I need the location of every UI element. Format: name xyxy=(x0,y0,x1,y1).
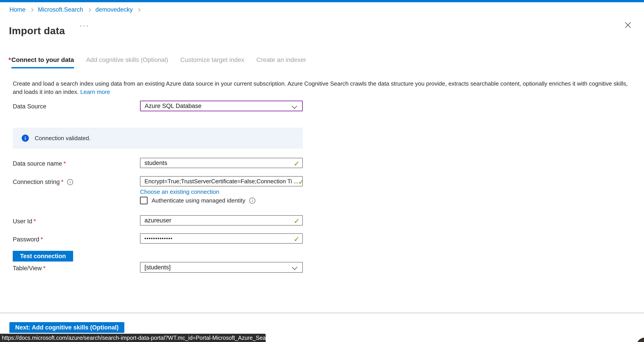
wizard-tabs: * Connect to your data Add cognitive ski… xyxy=(8,56,306,68)
user-id-value: azureuser xyxy=(144,217,171,224)
required-marker: * xyxy=(8,56,11,64)
tab-label: Connect to your data xyxy=(12,56,74,68)
required-marker: * xyxy=(61,178,64,185)
learn-more-link[interactable]: Learn more xyxy=(80,88,110,95)
required-marker: * xyxy=(43,265,46,272)
tab-label: Create an indexer xyxy=(256,56,306,68)
breadcrumb-home[interactable]: Home xyxy=(10,6,26,13)
close-icon[interactable] xyxy=(624,21,632,29)
required-marker: * xyxy=(34,218,36,225)
more-options-icon[interactable]: ··· xyxy=(79,20,90,30)
banner-text: Connection validated. xyxy=(35,135,90,142)
info-icon: i xyxy=(22,134,29,142)
tab-label: Add cognitive skills (Optional) xyxy=(86,56,168,68)
chevron-right-icon xyxy=(30,8,34,12)
password-value: ••••••••••••• xyxy=(144,236,173,242)
password-input[interactable]: ••••••••••••• ✓ xyxy=(140,233,303,244)
tab-connect-to-your-data[interactable]: * Connect to your data xyxy=(8,56,74,68)
info-icon[interactable]: i xyxy=(67,179,73,185)
breadcrumb: Home Microsoft.Search demovedecky xyxy=(10,6,140,13)
chevron-down-icon xyxy=(292,103,297,109)
tab-customize-target-index[interactable]: Customize target index xyxy=(180,56,244,68)
managed-identity-checkbox[interactable] xyxy=(140,197,148,204)
connection-string-input[interactable]: Encrypt=True;TrustServerCertificate=Fals… xyxy=(140,176,303,186)
choose-existing-connection-link[interactable]: Choose an existing connection xyxy=(140,188,219,195)
status-url: https://docs.microsoft.com/azure/search/… xyxy=(2,334,274,341)
data-source-label: Data Source xyxy=(13,103,46,110)
intro-text: Create and load a search index using dat… xyxy=(13,80,634,96)
table-view-value: [students] xyxy=(144,264,170,271)
valid-check-icon: ✓ xyxy=(294,235,300,244)
top-accent-bar xyxy=(0,0,644,2)
data-source-name-input[interactable]: students ✓ xyxy=(140,158,303,168)
table-view-label: Table/View* xyxy=(13,265,46,272)
chevron-right-icon xyxy=(137,8,141,12)
required-marker: * xyxy=(64,160,66,167)
data-source-select[interactable]: Azure SQL Database xyxy=(140,100,303,111)
link-status-bar: https://docs.microsoft.com/azure/search/… xyxy=(0,334,266,342)
chevron-down-icon xyxy=(292,264,297,270)
import-data-blade: Home Microsoft.Search demovedecky Import… xyxy=(0,0,644,342)
valid-check-icon: ✓ xyxy=(294,160,300,168)
password-label: Password* xyxy=(13,236,43,243)
connection-string-value: Encrypt=True;TrustServerCertificate=Fals… xyxy=(144,178,298,185)
test-connection-button[interactable]: Test connection xyxy=(13,251,73,262)
page-title: Import data xyxy=(9,25,65,37)
breadcrumb-demovedecky[interactable]: demovedecky xyxy=(96,6,133,13)
data-source-name-value: students xyxy=(144,160,167,166)
managed-identity-label: Authenticate using managed identity xyxy=(152,197,245,204)
chevron-right-icon xyxy=(88,8,91,12)
breadcrumb-microsoft-search[interactable]: Microsoft.Search xyxy=(38,6,83,13)
tab-add-cognitive-skills[interactable]: Add cognitive skills (Optional) xyxy=(86,56,168,68)
valid-check-icon: ✓ xyxy=(294,217,300,225)
connection-string-label: Connection string* i xyxy=(13,178,73,186)
tab-create-an-indexer[interactable]: Create an indexer xyxy=(256,56,306,68)
corner-overlay xyxy=(636,338,644,342)
user-id-label: User Id* xyxy=(13,218,36,225)
info-icon[interactable]: i xyxy=(249,198,255,204)
connection-validated-banner: i Connection validated. xyxy=(13,128,303,149)
footer-divider xyxy=(0,313,644,313)
tab-label: Customize target index xyxy=(180,56,244,68)
managed-identity-row: Authenticate using managed identity i xyxy=(140,197,255,204)
next-add-cognitive-skills-button[interactable]: Next: Add cognitive skills (Optional) xyxy=(10,322,124,333)
valid-check-icon: ✓ xyxy=(298,178,304,186)
data-source-value: Azure SQL Database xyxy=(145,102,202,110)
data-source-name-label: Data source name* xyxy=(13,160,66,167)
user-id-input[interactable]: azureuser ✓ xyxy=(140,215,303,226)
table-view-select[interactable]: [students] xyxy=(140,262,303,273)
required-marker: * xyxy=(41,236,43,243)
